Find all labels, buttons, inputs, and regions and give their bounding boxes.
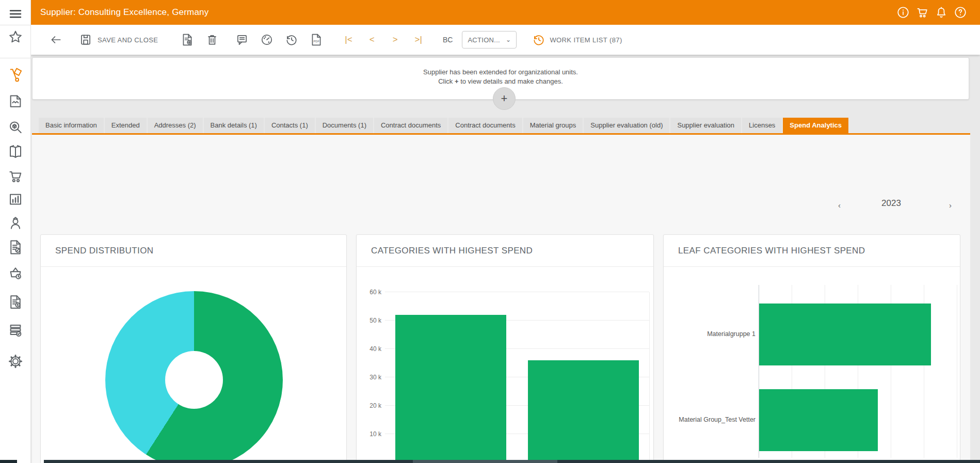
menu-icon[interactable]	[8, 6, 23, 22]
tab-addresses-2-[interactable]: Addresses (2)	[148, 118, 203, 133]
statistics-chart-icon[interactable]	[8, 191, 23, 207]
invoice-percent-icon[interactable]	[8, 240, 23, 255]
spend-distribution-card: SPEND DISTRIBUTION Materialgruppe 1Mater…	[40, 234, 347, 463]
comment-icon[interactable]	[235, 33, 249, 46]
work-item-clock-icon[interactable]	[532, 33, 545, 46]
list-approved-icon[interactable]	[8, 323, 23, 338]
bottom-strip-segment	[413, 460, 557, 463]
tab-contacts-1-[interactable]: Contacts (1)	[265, 118, 315, 133]
category-label: Materialgruppe 1	[667, 330, 756, 338]
help-icon[interactable]	[954, 6, 967, 19]
year-prev-button[interactable]: ‹	[838, 201, 841, 210]
document-paragraph-icon[interactable]	[8, 294, 23, 310]
year-label: 2023	[871, 198, 912, 209]
supplier-handtruck-icon[interactable]	[8, 67, 23, 83]
spend-analytics-panel: ‹ 2023 › SPEND DISTRIBUTION Materialgrup…	[32, 135, 970, 463]
category-label: Material Group_Test Vetter	[667, 416, 756, 423]
sidebar-divider	[0, 58, 31, 58]
banner-line1: Supplier has been extended for organizat…	[33, 68, 969, 76]
y-tick-label: 50 k	[361, 317, 381, 324]
categories-highest-spend-card: CATEGORIES WITH HIGHEST SPEND 0 k10 k20 …	[356, 234, 654, 463]
toolbar: SAVE AND CLOSE PDF |< < > >| BC ACTION..…	[31, 25, 980, 55]
user-icon[interactable]	[8, 215, 23, 231]
card-title: CATEGORIES WITH HIGHEST SPEND	[357, 235, 653, 267]
save-icon[interactable]	[79, 33, 92, 46]
svg-text:PDF: PDF	[314, 40, 320, 43]
page-title: Supplier: Consulting Excellence, Germany	[40, 0, 208, 25]
action-dropdown-label: ACTION...	[468, 36, 500, 44]
bar-materialgruppe-1	[759, 304, 931, 365]
nav-first-button[interactable]: |<	[345, 35, 352, 45]
sidebar	[0, 0, 31, 463]
y-tick-label: 40 k	[361, 345, 381, 353]
bottom-strip-left	[0, 460, 17, 463]
bar-chart-plot: 0 k10 k20 k30 k40 k50 k60 kMaterialgrupp…	[385, 292, 650, 462]
banner-line2: Click + to view details and make changes…	[33, 77, 969, 85]
nav-next-button[interactable]: >	[393, 35, 398, 45]
bar-material-group-test-vetter	[759, 389, 878, 451]
nav-last-button[interactable]: >|	[415, 35, 422, 45]
shopping-cart-icon[interactable]	[915, 6, 929, 19]
chevron-down-icon: ⌄	[506, 36, 511, 43]
y-tick-label: 60 k	[361, 289, 381, 296]
y-tick-label: 30 k	[361, 374, 381, 381]
tab-contract-documents[interactable]: Contract documents	[448, 118, 522, 133]
tab-supplier-evaluation-old-[interactable]: Supplier evaluation (old)	[584, 118, 669, 133]
shopping-cart-side-icon[interactable]	[8, 168, 23, 184]
tab-bank-details-1-[interactable]: Bank details (1)	[204, 118, 264, 133]
year-next-button[interactable]: ›	[949, 201, 952, 210]
back-arrow-icon[interactable]	[49, 33, 62, 46]
app-header: Supplier: Consulting Excellence, Germany	[31, 0, 980, 25]
donut-chart	[105, 291, 283, 463]
bar-material-group-te-	[528, 360, 639, 462]
y-tick-label: 10 k	[361, 430, 381, 438]
leaf-categories-highest-spend-card: LEAF CATEGORIES WITH HIGHEST SPEND 0 k10…	[663, 234, 960, 463]
action-dropdown[interactable]: ACTION... ⌄	[462, 31, 517, 49]
favorites-star-icon[interactable]	[8, 29, 23, 45]
history-icon[interactable]	[285, 33, 298, 46]
content-area: Supplier has been extended for organizat…	[31, 55, 980, 463]
tab-contract-documents[interactable]: Contract documents	[374, 118, 447, 133]
card-title: SPEND DISTRIBUTION	[41, 235, 346, 267]
document-add-icon[interactable]	[181, 33, 194, 46]
tab-material-groups[interactable]: Material groups	[523, 118, 583, 133]
work-item-list-button[interactable]: WORK ITEM LIST (87)	[550, 36, 622, 44]
item-search-icon[interactable]	[8, 120, 23, 135]
bar-materialgruppe-1	[395, 315, 506, 462]
pdf-icon[interactable]: PDF	[310, 33, 323, 46]
order-basket-clock-icon[interactable]	[8, 266, 23, 281]
nav-prev-button[interactable]: <	[369, 35, 375, 45]
tab-bar: Basic informationExtendedAddresses (2)Ba…	[39, 118, 848, 133]
tab-documents-1-[interactable]: Documents (1)	[316, 118, 373, 133]
hbar-chart-plot: 0 k10 k20 k30 k40 k50 k60 k	[759, 285, 957, 458]
sidebar-divider	[0, 25, 31, 25]
gridline	[957, 285, 957, 458]
tab-extended[interactable]: Extended	[105, 118, 147, 133]
settings-gear-icon[interactable]	[8, 354, 23, 369]
gridline	[385, 292, 649, 292]
tab-basic-information[interactable]: Basic information	[39, 118, 104, 133]
expand-plus-button[interactable]: +	[493, 87, 516, 110]
info-icon[interactable]	[896, 6, 910, 19]
tab-supplier-evaluation[interactable]: Supplier evaluation	[670, 118, 741, 133]
delete-trash-icon[interactable]	[205, 33, 219, 46]
card-title: LEAF CATEGORIES WITH HIGHEST SPEND	[664, 235, 960, 267]
y-tick-label: 20 k	[361, 402, 381, 409]
save-and-close-button[interactable]: SAVE AND CLOSE	[98, 36, 158, 44]
tab-licenses[interactable]: Licenses	[742, 118, 782, 133]
catalog-book-icon[interactable]	[8, 144, 23, 159]
bc-label: BC	[443, 36, 453, 44]
contract-handshake-icon[interactable]	[8, 93, 23, 109]
tab-spend-analytics[interactable]: Spend Analytics	[783, 118, 848, 133]
notifications-bell-icon[interactable]	[935, 6, 948, 19]
gauge-icon[interactable]	[260, 33, 274, 46]
